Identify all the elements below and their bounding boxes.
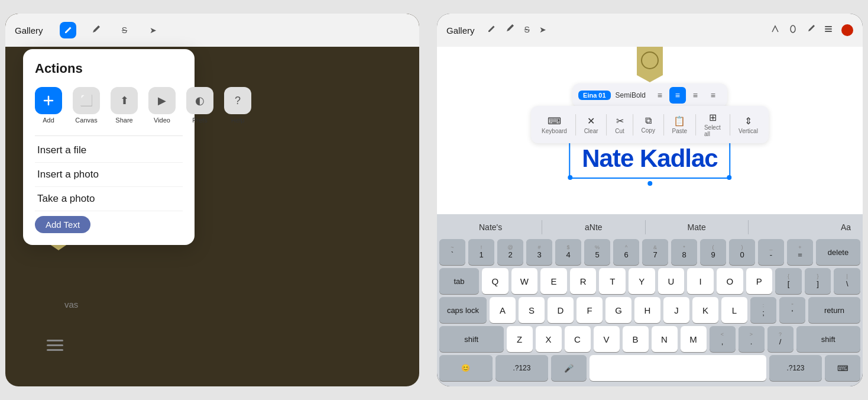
kb-key-s[interactable]: S — [519, 297, 545, 323]
kb-key-keyboard[interactable]: ⌨ — [825, 355, 860, 381]
kb-key-8[interactable]: *8 — [671, 239, 697, 265]
rt-pencil2-icon[interactable] — [806, 24, 815, 36]
kb-key-7[interactable]: &7 — [642, 239, 668, 265]
kb-key-period[interactable]: >. — [739, 326, 765, 352]
kb-key-e[interactable]: E — [540, 268, 567, 294]
kb-key-delete[interactable]: delete — [816, 239, 860, 265]
left-toolbar-icon-strike[interactable]: S — [116, 22, 133, 38]
kb-key-1[interactable]: !1 — [468, 239, 494, 265]
kb-key-k[interactable]: K — [692, 297, 718, 323]
font-chip[interactable]: Eina 01 — [578, 91, 611, 100]
kb-key-t[interactable]: T — [599, 268, 626, 294]
kb-key-a[interactable]: A — [490, 297, 516, 323]
kb-key-pipe[interactable]: |\ — [834, 268, 860, 294]
kb-key-semicolon[interactable]: :; — [750, 297, 776, 323]
fmt-clear[interactable]: ✕ Clear — [579, 113, 603, 137]
menu-item-insert-file[interactable]: Insert a file — [35, 138, 183, 163]
kb-key-c[interactable]: C — [565, 326, 591, 352]
kb-key-5[interactable]: %5 — [584, 239, 610, 265]
kb-key-x[interactable]: X — [536, 326, 562, 352]
kb-key-h[interactable]: H — [634, 297, 660, 323]
kb-key-6[interactable]: ^6 — [613, 239, 639, 265]
kb-key-minus[interactable]: _- — [758, 239, 784, 265]
kb-key-numbers-left[interactable]: .?123 — [495, 355, 549, 381]
menu-item-insert-photo[interactable]: Insert a photo — [35, 163, 183, 187]
kb-key-tilde[interactable]: ~` — [439, 239, 465, 265]
kb-key-numbers-right[interactable]: .?123 — [769, 355, 822, 381]
autocomplete-nates[interactable]: Nate's — [439, 220, 542, 234]
action-add[interactable]: Add — [35, 87, 62, 124]
align-justify-btn[interactable]: ≡ — [705, 87, 721, 104]
left-toolbar-icon-pen[interactable] — [88, 22, 105, 38]
rt-arrow-icon[interactable]: ➤ — [539, 24, 546, 36]
action-help[interactable]: ? Help — [224, 87, 251, 124]
kb-key-0[interactable]: )0 — [729, 239, 755, 265]
kb-key-y[interactable]: Y — [629, 268, 655, 294]
align-center-btn[interactable]: ≡ — [669, 87, 686, 104]
kb-key-emoji[interactable]: 😊 — [439, 355, 493, 381]
menu-item-take-photo[interactable]: Take a photo — [35, 187, 183, 211]
kb-key-space[interactable] — [590, 355, 766, 381]
kb-key-2[interactable]: @2 — [497, 239, 523, 265]
fmt-keyboard[interactable]: ⌨ Keyboard — [537, 113, 572, 137]
kb-key-v[interactable]: V — [594, 326, 620, 352]
text-selection-box[interactable]: Nate Kadlac — [569, 138, 730, 179]
rt-pen2-icon[interactable] — [788, 24, 798, 36]
align-left-btn[interactable]: ≡ — [652, 87, 668, 104]
kb-key-i[interactable]: I — [687, 268, 714, 294]
kb-key-n[interactable]: N — [652, 326, 678, 352]
kb-key-q[interactable]: Q — [482, 268, 509, 294]
add-text-button[interactable]: Add Text — [35, 216, 90, 233]
kb-key-slash[interactable]: ?/ — [767, 326, 793, 352]
autocomplete-aa[interactable]: Aa — [749, 220, 860, 234]
kb-key-d[interactable]: D — [548, 297, 574, 323]
kb-key-comma[interactable]: <, — [710, 326, 736, 352]
kb-key-u[interactable]: U — [658, 268, 685, 294]
align-right-btn[interactable]: ≡ — [687, 87, 704, 104]
autocomplete-ante[interactable]: aNte — [542, 220, 645, 234]
kb-key-m[interactable]: M — [681, 326, 707, 352]
fmt-copy[interactable]: ⧉ Copy — [637, 113, 660, 136]
left-toolbar-icon-arrow[interactable]: ➤ — [145, 22, 161, 38]
fmt-vertical[interactable]: ⇕ Vertical — [734, 113, 763, 137]
left-toolbar-icon-pencil[interactable] — [60, 22, 76, 38]
rt-layers-icon[interactable] — [824, 24, 833, 36]
fmt-select-all[interactable]: ⊞ Select all — [699, 109, 726, 140]
rt-pencil-icon[interactable] — [487, 24, 496, 36]
fmt-cut[interactable]: ✂ Cut — [610, 113, 629, 137]
kb-key-f[interactable]: F — [576, 297, 603, 323]
kb-key-equals[interactable]: += — [787, 239, 813, 265]
action-video[interactable]: ▶ Video — [148, 87, 176, 124]
kb-key-mic[interactable]: 🎤 — [551, 355, 587, 381]
kb-key-tab[interactable]: tab — [439, 268, 479, 294]
action-prefs[interactable]: ◐ Prefs — [186, 87, 213, 124]
kb-key-l[interactable]: L — [721, 297, 747, 323]
hamburger-menu[interactable] — [47, 340, 63, 351]
kb-key-w[interactable]: W — [511, 268, 538, 294]
kb-key-quote[interactable]: "' — [779, 297, 805, 323]
font-weight-label[interactable]: SemiBold — [616, 91, 646, 99]
rt-pen-icon[interactable] — [506, 24, 515, 36]
action-share[interactable]: ⬆ Share — [111, 87, 138, 124]
kb-key-shift-left[interactable]: shift — [439, 326, 504, 352]
kb-key-9[interactable]: (9 — [700, 239, 726, 265]
fmt-paste[interactable]: 📋 Paste — [668, 113, 692, 137]
kb-key-o[interactable]: O — [717, 268, 743, 294]
kb-key-p[interactable]: P — [746, 268, 773, 294]
rt-close-icon[interactable] — [841, 24, 853, 36]
kb-key-shift-right[interactable]: shift — [796, 326, 861, 352]
autocomplete-mate[interactable]: Mate — [646, 220, 749, 234]
kb-key-z[interactable]: Z — [507, 326, 533, 352]
kb-key-3[interactable]: #3 — [526, 239, 552, 265]
kb-key-g[interactable]: G — [605, 297, 631, 323]
rt-strike-icon[interactable]: S — [524, 24, 530, 36]
action-canvas[interactable]: ⬜ Canvas — [73, 87, 100, 124]
kb-key-r[interactable]: R — [570, 268, 597, 294]
kb-key-return[interactable]: return — [808, 297, 860, 323]
kb-key-rbracket[interactable]: }] — [805, 268, 831, 294]
kb-key-capslock[interactable]: caps lock — [439, 297, 487, 323]
kb-key-j[interactable]: J — [663, 297, 689, 323]
kb-key-b[interactable]: B — [623, 326, 649, 352]
rt-draw-icon[interactable] — [770, 24, 780, 36]
kb-key-lbracket[interactable]: {[ — [775, 268, 802, 294]
